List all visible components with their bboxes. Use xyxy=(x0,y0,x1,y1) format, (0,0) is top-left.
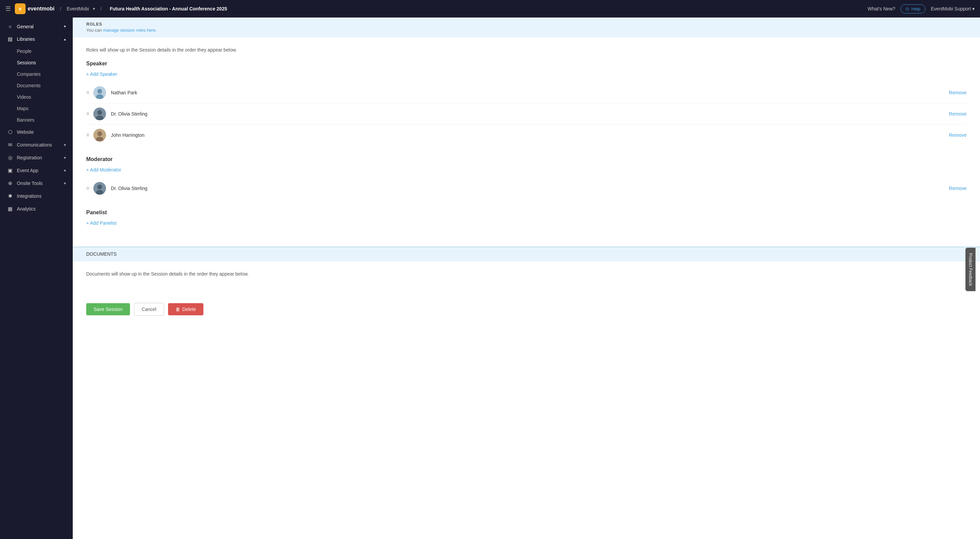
moderator-title: Moderator xyxy=(86,156,967,163)
logo[interactable]: e eventmobi xyxy=(15,3,54,14)
website-icon: ⬡ xyxy=(7,129,13,135)
manage-roles-link[interactable]: manage session roles here. xyxy=(103,28,157,33)
delete-button[interactable]: 🗑 Delete xyxy=(168,303,203,315)
integrations-icon: ✱ xyxy=(7,193,13,199)
header-right: What's New? ⊙ Help EventMobi Support ▾ xyxy=(867,5,975,13)
sidebar-label-registration: Registration xyxy=(17,155,42,160)
speaker-section: Speaker + Add Speaker ≡ Nathan Park Remo… xyxy=(86,61,967,145)
sidebar-label-libraries: Libraries xyxy=(17,37,35,42)
menu-toggle[interactable]: ☰ xyxy=(5,5,11,13)
org-dropdown-icon[interactable]: ▾ xyxy=(93,6,95,11)
org-name[interactable]: EventMobi xyxy=(67,6,89,11)
delete-label: Delete xyxy=(182,306,196,312)
layout: ○ General ▾ ▤ Libraries ▴ People Session… xyxy=(0,18,980,539)
add-panelist-link[interactable]: + Add Panelist xyxy=(86,220,967,226)
remove-speaker-1-button[interactable]: Remove xyxy=(949,90,967,95)
sidebar-label-onsite-tools: Onsite Tools xyxy=(17,180,43,186)
sidebar-item-people[interactable]: People xyxy=(17,45,73,57)
footer-actions: Save Session Cancel 🗑 Delete xyxy=(73,295,980,324)
sidebar-label-communications: Communications xyxy=(17,142,52,148)
sidebar-item-sessions[interactable]: Sessions xyxy=(17,57,73,69)
roles-section-header: ROLES You can manage session roles here. xyxy=(73,18,980,37)
roles-description: Roles will show up in the Session detail… xyxy=(86,47,967,53)
drag-handle-icon[interactable]: ≡ xyxy=(86,185,89,191)
save-session-button[interactable]: Save Session xyxy=(86,303,130,315)
documents-description: Documents will show up in the Session de… xyxy=(86,271,967,277)
event-app-icon: ▣ xyxy=(7,167,13,174)
add-moderator-link[interactable]: + Add Moderator xyxy=(86,167,967,172)
drag-handle-icon[interactable]: ≡ xyxy=(86,132,89,138)
sidebar-item-maps[interactable]: Maps xyxy=(17,103,73,114)
sidebar-item-banners[interactable]: Banners xyxy=(17,114,73,126)
drag-handle-icon[interactable]: ≡ xyxy=(86,111,89,117)
feedback-tab[interactable]: Product Feedback xyxy=(965,247,975,291)
sidebar-item-registration[interactable]: ◎ Registration ▾ xyxy=(0,151,73,164)
panelist-section: Panelist + Add Panelist xyxy=(86,209,967,226)
remove-moderator-button[interactable]: Remove xyxy=(949,186,967,191)
main-content: ROLES You can manage session roles here.… xyxy=(73,18,980,539)
avatar xyxy=(93,129,106,142)
person-name: John Harrington xyxy=(111,132,949,138)
add-speaker-link[interactable]: + Add Speaker xyxy=(86,72,967,77)
roles-title: ROLES xyxy=(86,22,967,27)
help-circle-icon: ⊙ xyxy=(905,6,909,11)
libraries-icon: ▤ xyxy=(7,36,13,42)
sidebar-item-onsite-tools[interactable]: ⊕ Onsite Tools ▾ xyxy=(0,177,73,190)
whats-new-link[interactable]: What's New? xyxy=(867,6,895,11)
trash-icon: 🗑 xyxy=(175,306,180,312)
general-icon: ○ xyxy=(7,24,13,29)
sidebar-item-integrations[interactable]: ✱ Integrations xyxy=(0,190,73,203)
onsite-tools-arrow: ▾ xyxy=(64,181,66,186)
documents-body: Documents will show up in the Session de… xyxy=(73,261,980,295)
communications-arrow: ▾ xyxy=(64,143,66,147)
help-button[interactable]: ⊙ Help xyxy=(900,5,926,13)
remove-speaker-3-button[interactable]: Remove xyxy=(949,132,967,138)
person-name: Dr. Olivia Sterling xyxy=(111,111,949,116)
help-label: Help xyxy=(911,6,920,11)
avatar xyxy=(93,107,106,120)
remove-speaker-2-button[interactable]: Remove xyxy=(949,111,967,116)
sidebar-item-videos[interactable]: Videos xyxy=(17,91,73,103)
sidebar-item-website[interactable]: ⬡ Website xyxy=(0,126,73,139)
sidebar-item-event-app[interactable]: ▣ Event App ▾ xyxy=(0,164,73,177)
documents-title: DOCUMENTS xyxy=(86,251,967,257)
sidebar-item-analytics[interactable]: ▦ Analytics xyxy=(0,203,73,215)
logo-text: eventmobi xyxy=(28,6,54,12)
sidebar-label-general: General xyxy=(17,24,34,29)
panelist-title: Panelist xyxy=(86,209,967,215)
libraries-sub: People Sessions Companies Documents Vide… xyxy=(0,45,73,126)
svg-point-1 xyxy=(97,89,102,94)
drag-handle-icon[interactable]: ≡ xyxy=(86,89,89,96)
general-arrow: ▾ xyxy=(64,24,66,29)
speaker-title: Speaker xyxy=(86,61,967,67)
roles-subtitle-text: You can xyxy=(86,28,102,33)
sidebar-item-libraries[interactable]: ▤ Libraries ▴ xyxy=(0,33,73,45)
sidebar-item-general[interactable]: ○ General ▾ xyxy=(0,20,73,33)
top-header: ☰ e eventmobi / EventMobi ▾ / Futura Hea… xyxy=(0,0,980,18)
sidebar-item-documents[interactable]: Documents xyxy=(17,80,73,91)
roles-body: Roles will show up in the Session detail… xyxy=(73,37,980,247)
logo-icon: e xyxy=(15,3,25,14)
cancel-button[interactable]: Cancel xyxy=(134,303,164,316)
breadcrumb-sep-2: / xyxy=(100,6,102,11)
sidebar-item-communications[interactable]: ✉ Communications ▾ xyxy=(0,139,73,151)
avatar xyxy=(93,86,106,99)
table-row: ≡ Dr. Olivia Sterling Remove xyxy=(86,178,967,199)
roles-subtitle: You can manage session roles here. xyxy=(86,28,967,33)
breadcrumb-sep-1: / xyxy=(60,6,61,11)
support-link[interactable]: EventMobi Support ▾ xyxy=(931,6,975,11)
onsite-tools-icon: ⊕ xyxy=(7,180,13,186)
registration-arrow: ▾ xyxy=(64,156,66,160)
svg-point-10 xyxy=(97,185,102,189)
avatar xyxy=(93,182,106,195)
communications-icon: ✉ xyxy=(7,142,13,148)
documents-section-header: DOCUMENTS xyxy=(73,247,980,261)
svg-point-7 xyxy=(97,131,102,136)
sidebar-item-companies[interactable]: Companies xyxy=(17,69,73,80)
sidebar-label-website: Website xyxy=(17,129,34,135)
event-app-arrow: ▾ xyxy=(64,168,66,173)
sidebar-label-event-app: Event App xyxy=(17,168,38,173)
table-row: ≡ John Harrington Remove xyxy=(86,124,967,145)
sidebar-label-integrations: Integrations xyxy=(17,193,41,199)
analytics-icon: ▦ xyxy=(7,206,13,212)
